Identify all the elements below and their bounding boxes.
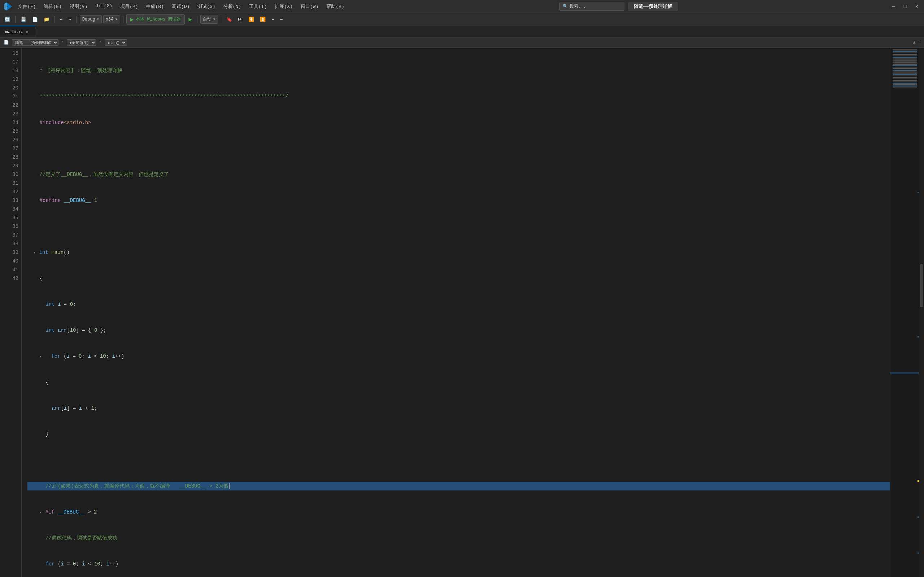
- search-label: 搜索...: [570, 3, 586, 10]
- code-line-22: [27, 222, 890, 231]
- line-num-27: 27: [3, 144, 18, 153]
- toolbar-open[interactable]: 📁: [42, 16, 52, 23]
- platform-chevron-icon: ▾: [115, 16, 118, 22]
- menu-help[interactable]: 帮助(H): [323, 2, 347, 11]
- function-dropdown[interactable]: main(): [105, 39, 127, 46]
- line-num-24: 24: [3, 118, 18, 127]
- close-button[interactable]: ✕: [913, 2, 921, 11]
- toolbar: 🔄 💾 📄 📁 ↩ ↪ Debug ▾ x64 ▾ ▶ 本地 Windows 调…: [0, 13, 924, 26]
- search-box[interactable]: 🔍 搜索...: [559, 2, 624, 11]
- code-line-20: //定义了__DEBUG__，虽然没有定义内容，但也是定义了: [27, 170, 890, 179]
- line-num-26: 26: [3, 135, 18, 144]
- code-line-25: int i = 0;: [27, 300, 890, 309]
- line-num-39: 39: [3, 248, 18, 257]
- menu-edit[interactable]: 编辑(E): [40, 2, 65, 11]
- line-num-29: 29: [3, 161, 18, 170]
- minimap: [890, 48, 919, 577]
- run-icon: ▶: [130, 16, 134, 23]
- code-line-33: ▾#if __DEBUG__ > 2: [27, 508, 890, 516]
- menu-view[interactable]: 视图(V): [66, 2, 91, 11]
- toolbar-step-over[interactable]: ⏭: [236, 16, 245, 23]
- scrollbar-thumb[interactable]: [920, 264, 923, 307]
- line-num-31: 31: [3, 179, 18, 187]
- toolbar-new[interactable]: 🔄: [2, 16, 12, 23]
- auto-chevron-icon: ▾: [213, 16, 215, 22]
- menu-debug[interactable]: 调试(D): [168, 2, 193, 11]
- run-button[interactable]: ▶ 本地 Windows 调试器: [126, 15, 185, 24]
- code-line-26: int arr[10] = { 0 };: [27, 326, 890, 335]
- code-line-16: * 【程序内容】：随笔——预处理详解: [27, 66, 890, 75]
- toolbar-undo[interactable]: ↩: [58, 16, 65, 23]
- code-line-21: #define __DEBUG__ 1: [27, 196, 890, 205]
- maximize-button[interactable]: □: [901, 2, 909, 11]
- breadcrumb-arrow: ›: [61, 40, 64, 45]
- line-num-19: 19: [3, 75, 18, 84]
- line-num-25: 25: [3, 127, 18, 135]
- minimize-button[interactable]: —: [889, 2, 898, 11]
- toolbar-nav2[interactable]: ➡: [278, 16, 285, 23]
- toolbar-sep-4: [123, 16, 123, 23]
- toolbar-run-simple[interactable]: ▶: [186, 15, 194, 24]
- title-bar-center: 🔍 搜索... 随笔——预处理详解: [559, 2, 678, 11]
- toolbar-redo[interactable]: ↪: [66, 16, 74, 23]
- line-num-41: 41: [3, 266, 18, 274]
- line-num-30: 30: [3, 170, 18, 179]
- code-line-28: {: [27, 378, 890, 387]
- tab-close-icon[interactable]: ✕: [24, 29, 30, 35]
- breadcrumb-arrow2: ›: [99, 40, 102, 45]
- menu-extensions[interactable]: 扩展(X): [271, 2, 296, 11]
- code-area[interactable]: * 【程序内容】：随笔——预处理详解 *********************…: [22, 48, 890, 577]
- tab-filename: main.c: [5, 29, 22, 35]
- toolbar-step-out[interactable]: ⏫: [258, 16, 268, 23]
- menu-window[interactable]: 窗口(W): [297, 2, 322, 11]
- title-bar: 文件(F) 编辑(E) 视图(V) Git(G) 项目(P) 生成(B) 调试(…: [0, 0, 924, 13]
- code-line-17: ****************************************…: [27, 92, 890, 101]
- toolbar-step-in[interactable]: ⏬: [246, 16, 256, 23]
- editor-breadcrumb-icon: 📄: [3, 40, 9, 45]
- line-num-17: 17: [3, 58, 18, 66]
- line-num-16: 16: [3, 49, 18, 58]
- line-num-32: 32: [3, 187, 18, 196]
- auto-dropdown[interactable]: 自动 ▾: [200, 15, 218, 24]
- menu-project[interactable]: 项目(P): [116, 2, 142, 11]
- breadcrumb-dropdown[interactable]: 随笔——预处理详解: [12, 39, 58, 46]
- vertical-scrollbar[interactable]: [919, 48, 924, 577]
- toolbar-sep-5: [197, 16, 197, 23]
- menu-bar: 文件(F) 编辑(E) 视图(V) Git(G) 项目(P) 生成(B) 调试(…: [15, 2, 348, 11]
- config-dropdown[interactable]: Debug ▾: [80, 15, 102, 23]
- menu-test[interactable]: 测试(S): [194, 2, 219, 11]
- line-num-36: 36: [3, 222, 18, 231]
- line-num-18: 18: [3, 66, 18, 75]
- menu-tools[interactable]: 工具(T): [246, 2, 270, 11]
- toolbar-sep-1: [15, 16, 16, 23]
- editor-main: 16 17 18 19 20 21 22 23 24 25 26 27 28 2…: [0, 48, 924, 577]
- menu-analyze[interactable]: 分析(N): [220, 2, 245, 11]
- toolbar-nav[interactable]: ⬅: [269, 16, 276, 23]
- tab-bar: main.c ✕: [0, 26, 924, 37]
- title-bar-right: — □ ✕: [889, 2, 921, 11]
- toolbar-sep-3: [76, 16, 77, 23]
- main-c-tab[interactable]: main.c ✕: [0, 26, 36, 37]
- menu-build[interactable]: 生成(B): [142, 2, 167, 11]
- platform-dropdown[interactable]: x64 ▾: [103, 15, 120, 23]
- scope-dropdown[interactable]: (全局范围): [67, 39, 96, 46]
- editor-collapse-icon[interactable]: ▲: [913, 40, 916, 45]
- toolbar-bookmark[interactable]: 🔖: [224, 16, 234, 23]
- code-line-34: //调试代码，调试是否赋值成功: [27, 534, 890, 542]
- line-num-35: 35: [3, 213, 18, 222]
- config-chevron-icon: ▾: [97, 16, 99, 22]
- line-num-23: 23: [3, 110, 18, 118]
- menu-file[interactable]: 文件(F): [15, 2, 39, 11]
- code-line-23: ▾int main(): [27, 248, 890, 257]
- app-logo: [3, 2, 13, 11]
- auto-label: 自动: [203, 16, 212, 23]
- editor-expand-icon[interactable]: +: [918, 40, 921, 45]
- code-line-29: arr[i] = i + 1;: [27, 404, 890, 413]
- code-line-32: //if(如果)表达式为真，就编译代码；为假，就不编译 __DEBUG__ > …: [27, 482, 890, 490]
- svg-marker-1: [4, 3, 7, 10]
- code-line-35: for (i = 0; i < 10; i++): [27, 560, 890, 568]
- menu-git[interactable]: Git(G): [92, 2, 116, 11]
- toolbar-saveall[interactable]: 📄: [30, 16, 40, 23]
- toolbar-save[interactable]: 💾: [18, 16, 29, 23]
- code-line-18: #include<stdio.h>: [27, 118, 890, 127]
